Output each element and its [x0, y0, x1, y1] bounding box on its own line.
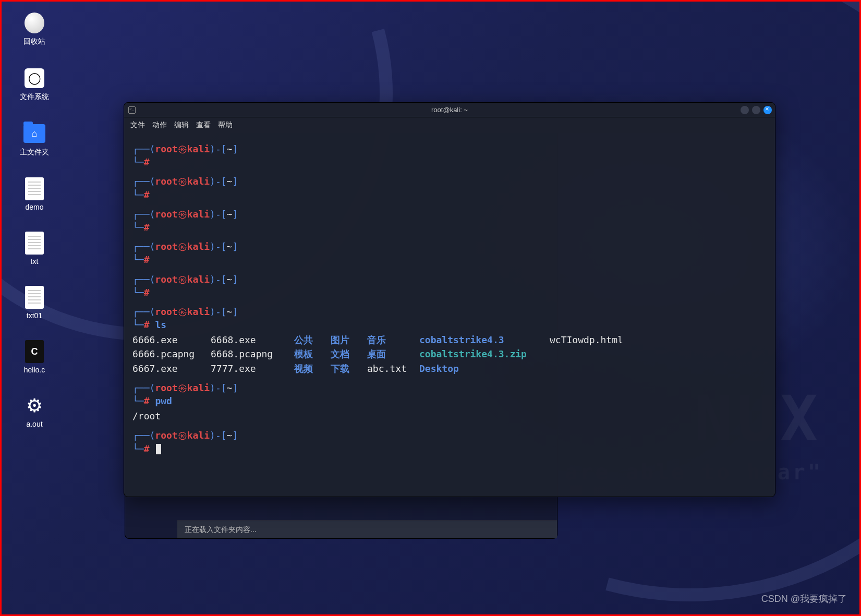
- desktop-icons: 回收站 ◯ 文件系统 主文件夹 demo txt txt01 C hello.c…: [16, 12, 53, 428]
- ls-output: 6666.exe6668.exe公共图片音乐cobaltstrike4.3wcT…: [132, 333, 767, 375]
- terminal-cursor: [156, 444, 161, 454]
- desktop-icon-txt01[interactable]: txt01: [16, 286, 53, 320]
- desktop-icon-filesystem[interactable]: ◯ 文件系统: [16, 67, 53, 102]
- desktop-icon-label: 文件系统: [20, 92, 49, 102]
- terminal-menubar: 文件 动作 编辑 查看 帮助: [124, 117, 775, 133]
- file-manager-status-text: 正在载入文件夹内容...: [185, 525, 257, 535]
- prompt-pwd: ┌──(root㉿kali)-[~] └─# pwd: [132, 381, 767, 407]
- prompt-current: ┌──(root㉿kali)-[~] └─#: [132, 429, 767, 455]
- desktop-icon-trash[interactable]: 回收站: [16, 12, 53, 46]
- terminal-titlebar[interactable]: root@kali: ~: [124, 103, 775, 117]
- prompt-empty: ┌──(root㉿kali)-[~] └─#: [132, 208, 767, 234]
- desktop-icon-home[interactable]: 主文件夹: [16, 123, 53, 157]
- pwd-output: /root: [132, 409, 767, 422]
- menu-file[interactable]: 文件: [130, 120, 145, 130]
- monitor-icon: ◯: [25, 68, 44, 88]
- prompt-empty: ┌──(root㉿kali)-[~] └─#: [132, 175, 767, 201]
- trash-icon: [25, 13, 44, 33]
- menu-edit[interactable]: 编辑: [174, 120, 189, 130]
- prompt-ls: ┌──(root㉿kali)-[~] └─# ls: [132, 305, 767, 331]
- menu-help[interactable]: 帮助: [218, 120, 233, 130]
- watermark: CSDN @我要疯掉了: [761, 593, 847, 605]
- desktop-icon-label: 回收站: [23, 37, 45, 46]
- close-button[interactable]: [763, 106, 772, 114]
- prompt-empty: ┌──(root㉿kali)-[~] └─#: [132, 273, 767, 299]
- cmd-pwd: pwd: [155, 395, 172, 406]
- desktop-icon-label: txt: [31, 257, 39, 265]
- gear-icon: ⚙: [26, 395, 43, 417]
- file-icon: [25, 232, 44, 255]
- terminal-window[interactable]: root@kali: ~ 文件 动作 编辑 查看 帮助 ┌──(root㉿kal…: [124, 102, 775, 497]
- menu-actions[interactable]: 动作: [152, 120, 167, 130]
- desktop-icon-hello-c[interactable]: C hello.c: [16, 341, 53, 374]
- desktop-icon-label: txt01: [27, 311, 42, 320]
- desktop-icon-label: demo: [25, 203, 43, 211]
- maximize-button[interactable]: [752, 106, 760, 114]
- home-folder-icon: [23, 124, 45, 143]
- file-manager-statusbar: 正在载入文件夹内容...: [177, 521, 557, 538]
- minimize-button[interactable]: [741, 106, 749, 114]
- cmd-ls: ls: [155, 319, 166, 330]
- file-icon: [25, 286, 44, 309]
- terminal-icon: [128, 106, 136, 114]
- window-controls: [741, 106, 772, 114]
- desktop-icon-label: hello.c: [24, 366, 45, 374]
- prompt-empty: ┌──(root㉿kali)-[~] └─#: [132, 240, 767, 266]
- c-file-icon: C: [25, 340, 44, 363]
- terminal-title: root@kali: ~: [431, 106, 468, 114]
- terminal-body[interactable]: ┌──(root㉿kali)-[~] └─# ┌──(root㉿kali)-[~…: [124, 133, 775, 497]
- file-icon: [25, 177, 44, 200]
- desktop-icon-label: a.out: [26, 420, 42, 428]
- desktop-icon-aout[interactable]: ⚙ a.out: [16, 395, 53, 428]
- desktop-icon-demo[interactable]: demo: [16, 178, 53, 211]
- desktop-icon-txt[interactable]: txt: [16, 232, 53, 265]
- desktop-icon-label: 主文件夹: [20, 148, 49, 157]
- prompt-empty: ┌──(root㉿kali)-[~] └─#: [132, 142, 767, 168]
- menu-view[interactable]: 查看: [196, 120, 211, 130]
